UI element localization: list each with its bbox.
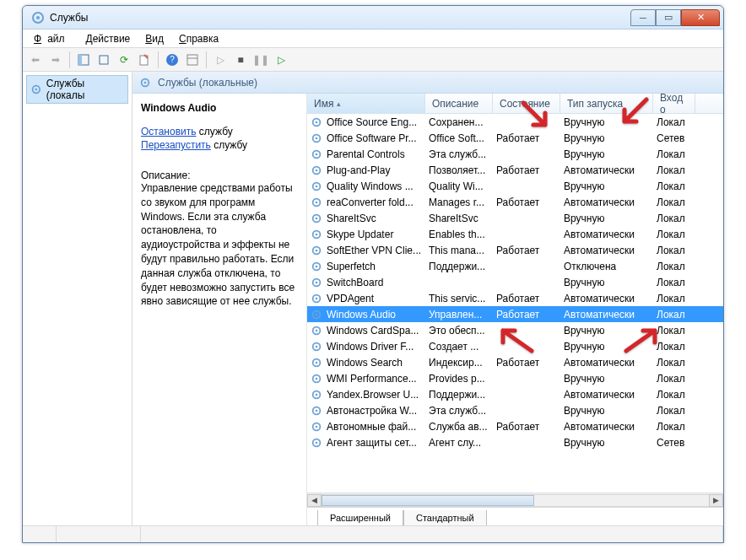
- cell-name: Parental Controls: [307, 148, 425, 160]
- service-row[interactable]: Skype UpdaterEnables th...АвтоматическиЛ…: [307, 226, 723, 242]
- tab-standard[interactable]: Стандартный: [403, 510, 487, 525]
- cell-description: Office Soft...: [425, 132, 493, 144]
- svg-point-27: [316, 233, 318, 235]
- properties-button[interactable]: [95, 51, 113, 69]
- service-row[interactable]: Автономные фай...Служба ав...РаботаетАвт…: [307, 418, 723, 434]
- close-button[interactable]: ✕: [681, 9, 720, 26]
- cell-name: Yandex.Browser U...: [307, 389, 425, 401]
- export-button[interactable]: [135, 51, 154, 69]
- list-header-bar: Службы (локальные): [132, 72, 723, 94]
- tab-extended[interactable]: Расширенный: [317, 510, 403, 525]
- refresh-button[interactable]: ⟳: [115, 51, 133, 69]
- back-button[interactable]: ⬅: [26, 51, 45, 69]
- svg-point-47: [316, 393, 318, 396]
- column-header-3[interactable]: Тип запуска: [560, 94, 653, 113]
- cell-name: Автонастройка W...: [307, 405, 425, 417]
- service-row[interactable]: Автонастройка W...Эта служб...ВручнуюЛок…: [307, 402, 723, 418]
- maximize-button[interactable]: ▭: [656, 9, 681, 26]
- service-row[interactable]: Windows AudioУправлен...РаботаетАвтомати…: [307, 306, 723, 322]
- cell-name: Skype Updater: [307, 229, 425, 240]
- cell-description: ShareItSvc: [425, 213, 493, 224]
- cell-description: Индексир...: [425, 357, 493, 369]
- svg-point-39: [316, 329, 318, 331]
- stop-service-link[interactable]: Остановить: [141, 126, 197, 137]
- service-row[interactable]: SoftEther VPN Clie...This mana...Работае…: [307, 242, 723, 258]
- cell-logon: Сетев: [653, 132, 695, 144]
- service-row[interactable]: VPDAgentThis servic...РаботаетАвтоматиче…: [307, 290, 723, 306]
- cell-startup: Вручную: [560, 325, 653, 337]
- cell-startup: Вручную: [560, 341, 653, 353]
- column-header-1[interactable]: Описание: [425, 94, 493, 113]
- menu-file[interactable]: Файл: [28, 31, 77, 46]
- titlebar[interactable]: Службы ─ ▭ ✕: [23, 6, 723, 30]
- menu-action[interactable]: Действие: [80, 31, 137, 46]
- service-row[interactable]: reaConverter fold...Manages r...Работает…: [307, 194, 723, 210]
- cell-startup: Автоматически: [560, 229, 653, 240]
- restart-service-link[interactable]: Перезапустить: [141, 139, 211, 151]
- cell-name: reaConverter fold...: [307, 197, 425, 208]
- svg-rect-6: [187, 55, 197, 65]
- forward-button[interactable]: ➡: [46, 51, 65, 69]
- cell-name: Windows CardSpa...: [307, 325, 425, 337]
- cell-name: ShareItSvc: [307, 213, 425, 224]
- service-row[interactable]: Windows Driver F...Создает ...ВручнуюЛок…: [307, 338, 723, 354]
- pause-service-button[interactable]: ❚❚: [251, 51, 270, 69]
- cell-description: Поддержи...: [425, 261, 493, 272]
- cell-startup: Автоматически: [560, 293, 653, 304]
- scroll-left-button[interactable]: ◀: [307, 494, 322, 507]
- description-label: Описание:: [141, 170, 298, 181]
- start-service-button[interactable]: ▷: [211, 51, 230, 69]
- column-header-2[interactable]: Состояние: [493, 94, 560, 113]
- tree-item-label: Службы (локалы: [46, 78, 124, 101]
- service-row[interactable]: Windows SearchИндексир...РаботаетАвтомат…: [307, 354, 723, 370]
- list-header-title: Службы (локальные): [158, 77, 257, 89]
- services-window: Службы ─ ▭ ✕ Файл Действие Вид Справка ⬅…: [22, 5, 724, 543]
- service-row[interactable]: Агент защиты сет...Агент слу...ВручнуюСе…: [307, 434, 723, 450]
- minimize-button[interactable]: ─: [630, 9, 656, 26]
- service-row[interactable]: Quality Windows ...Quality Wi...ВручнуюЛ…: [307, 178, 723, 194]
- service-row[interactable]: SwitchBoardВручнуюЛокал: [307, 274, 723, 290]
- svg-point-37: [316, 313, 318, 315]
- svg-point-49: [316, 409, 318, 412]
- svg-point-13: [316, 121, 318, 123]
- restart-service-button[interactable]: ▷: [272, 51, 290, 69]
- service-row[interactable]: SuperfetchПоддержи...ОтключенаЛокал: [307, 258, 723, 274]
- cell-startup: Вручную: [560, 437, 653, 449]
- column-header-4[interactable]: Вход о: [653, 94, 695, 113]
- options-button[interactable]: [183, 51, 202, 69]
- cell-description: This mana...: [425, 245, 493, 256]
- svg-rect-4: [100, 56, 108, 64]
- svg-point-11: [144, 81, 147, 83]
- service-row[interactable]: WMI Performance...Provides p...ВручнуюЛо…: [307, 370, 723, 386]
- cell-logon: Локал: [653, 180, 695, 192]
- horizontal-scrollbar[interactable]: ◀ ▶: [307, 493, 723, 507]
- service-row[interactable]: Plug-and-PlayПозволяет...РаботаетАвтомат…: [307, 162, 723, 178]
- service-row[interactable]: ShareItSvcShareItSvcВручнуюЛокал: [307, 210, 723, 226]
- menu-help[interactable]: Справка: [173, 31, 224, 46]
- scroll-thumb[interactable]: [322, 495, 534, 506]
- cell-logon: Локал: [653, 389, 695, 401]
- menu-view[interactable]: Вид: [139, 31, 170, 46]
- cell-startup: Автоматически: [560, 197, 653, 208]
- service-row[interactable]: Windows CardSpa...Это обесп...ВручнуюЛок…: [307, 322, 723, 338]
- scroll-track[interactable]: [322, 494, 709, 507]
- cell-logon: Локал: [653, 148, 695, 160]
- service-row[interactable]: Parental ControlsЭта служб...ВручнуюЛока…: [307, 146, 723, 162]
- services-list[interactable]: Office Source Eng...Сохранен...ВручнуюЛо…: [307, 114, 723, 493]
- cell-logon: Локал: [653, 261, 695, 272]
- help-button[interactable]: ?: [163, 51, 181, 69]
- service-row[interactable]: Office Source Eng...Сохранен...ВручнуюЛо…: [307, 114, 723, 130]
- cell-description: Сохранен...: [425, 116, 493, 128]
- service-row[interactable]: Office Software Pr...Office Soft...Работ…: [307, 130, 723, 146]
- cell-logon: Сетев: [653, 437, 695, 449]
- scroll-right-button[interactable]: ▶: [709, 494, 723, 507]
- service-row[interactable]: Yandex.Browser U...Поддержи...Автоматиче…: [307, 386, 723, 402]
- cell-description: Агент слу...: [425, 437, 493, 449]
- show-hide-tree-button[interactable]: [74, 51, 93, 69]
- tabs-strip: Расширенный Стандартный: [307, 507, 723, 525]
- tree-item-services-local[interactable]: Службы (локалы: [26, 75, 128, 104]
- column-header-0[interactable]: Имя▴: [307, 94, 425, 113]
- stop-service-button[interactable]: ■: [231, 51, 250, 69]
- cell-description: Служба ав...: [425, 421, 493, 433]
- cell-startup: Вручную: [560, 180, 653, 192]
